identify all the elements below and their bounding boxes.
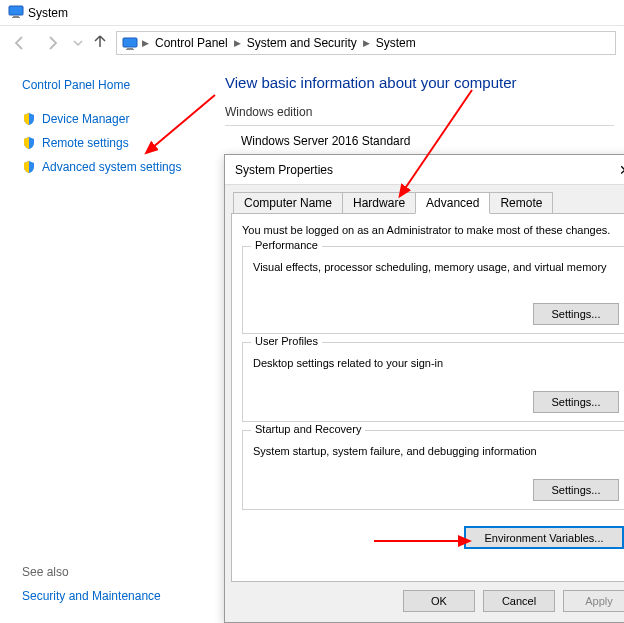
user-profiles-settings-button[interactable]: Settings...: [533, 391, 619, 413]
breadcrumb-item[interactable]: System: [373, 36, 419, 50]
ok-button[interactable]: OK: [403, 590, 475, 612]
chevron-right-icon[interactable]: ▶: [362, 38, 371, 48]
performance-groupbox: Performance Visual effects, processor sc…: [242, 246, 624, 334]
shield-icon: [22, 136, 36, 150]
apply-button[interactable]: Apply: [563, 590, 624, 612]
nav-back-icon[interactable]: [8, 31, 32, 55]
user-profiles-description: Desktop settings related to your sign-in: [253, 357, 619, 369]
performance-settings-button[interactable]: Settings...: [533, 303, 619, 325]
nav-up-icon[interactable]: [92, 33, 108, 53]
svg-rect-0: [9, 6, 23, 15]
user-profiles-groupbox: User Profiles Desktop settings related t…: [242, 342, 624, 422]
nav-forward-icon[interactable]: [40, 31, 64, 55]
breadcrumb-item[interactable]: System and Security: [244, 36, 360, 50]
svg-line-7: [404, 90, 472, 190]
window-title: System: [28, 6, 68, 20]
dialog-title: System Properties: [235, 163, 333, 177]
admin-notice-text: You must be logged on as an Administrato…: [242, 224, 624, 236]
breadcrumb-item[interactable]: Control Panel: [152, 36, 231, 50]
sidebar-item-label: Device Manager: [42, 112, 129, 126]
window-titlebar: System: [0, 0, 624, 26]
svg-rect-3: [123, 38, 137, 47]
startup-recovery-settings-button[interactable]: Settings...: [533, 479, 619, 501]
system-properties-dialog: System Properties ✕ Computer Name Hardwa…: [224, 154, 624, 623]
performance-title: Performance: [251, 239, 322, 251]
user-profiles-title: User Profiles: [251, 335, 322, 347]
chevron-right-icon[interactable]: ▶: [141, 38, 150, 48]
performance-description: Visual effects, processor scheduling, me…: [253, 261, 619, 273]
svg-rect-2: [12, 17, 20, 18]
annotation-arrow: [372, 534, 472, 551]
tab-computer-name[interactable]: Computer Name: [233, 192, 343, 214]
system-icon: [8, 3, 24, 22]
sidebar-item-label: Remote settings: [42, 136, 129, 150]
location-icon: [121, 34, 139, 52]
tab-panel-advanced: You must be logged on as an Administrato…: [231, 213, 624, 582]
see-also-section: See also Security and Maintenance: [22, 565, 202, 603]
nav-dropdown-icon[interactable]: [72, 31, 84, 55]
svg-rect-4: [127, 48, 133, 49]
close-icon[interactable]: ✕: [613, 160, 624, 180]
shield-icon: [22, 112, 36, 126]
see-also-link[interactable]: Security and Maintenance: [22, 589, 202, 603]
address-bar[interactable]: ▶ Control Panel ▶ System and Security ▶ …: [116, 31, 616, 55]
tab-remote[interactable]: Remote: [489, 192, 553, 214]
svg-line-6: [152, 95, 215, 148]
annotation-arrow: [392, 85, 482, 203]
annotation-arrow: [140, 90, 220, 163]
dialog-button-row: OK Cancel Apply: [231, 582, 624, 616]
shield-icon: [22, 160, 36, 174]
see-also-heading: See also: [22, 565, 202, 579]
startup-recovery-description: System startup, system failure, and debu…: [253, 445, 619, 457]
environment-variables-button[interactable]: Environment Variables...: [464, 526, 624, 549]
startup-recovery-groupbox: Startup and Recovery System startup, sys…: [242, 430, 624, 510]
svg-rect-1: [13, 16, 19, 17]
svg-rect-5: [126, 49, 134, 50]
cancel-button[interactable]: Cancel: [483, 590, 555, 612]
nav-bar: ▶ Control Panel ▶ System and Security ▶ …: [0, 26, 624, 60]
chevron-right-icon[interactable]: ▶: [233, 38, 242, 48]
startup-recovery-title: Startup and Recovery: [251, 423, 365, 435]
